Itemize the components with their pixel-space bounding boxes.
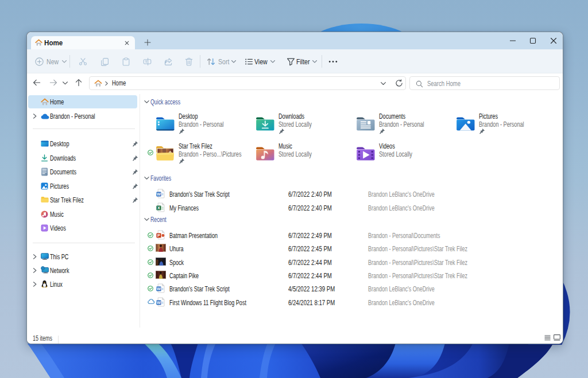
svg-text:P: P — [157, 233, 160, 238]
svg-text:W: W — [157, 192, 161, 197]
svg-text:W: W — [157, 286, 161, 291]
svg-text:W: W — [157, 299, 161, 305]
svg-text:X: X — [157, 205, 160, 211]
